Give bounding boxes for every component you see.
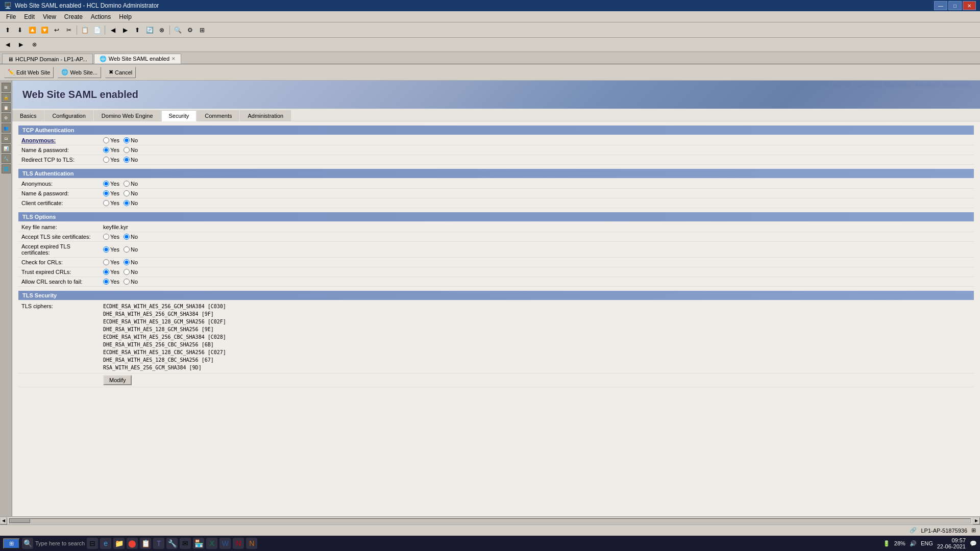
toolbar-btn-2[interactable]: ⬇ bbox=[14, 24, 26, 36]
client-cert-no-label[interactable]: No bbox=[124, 200, 138, 206]
accept-expired-certs-yes-radio[interactable] bbox=[103, 246, 109, 253]
check-crls-no-radio[interactable] bbox=[124, 259, 130, 265]
tls-anon-no-label[interactable]: No bbox=[124, 181, 138, 187]
sidebar-icon-3[interactable]: 📋 bbox=[2, 103, 11, 112]
taskbar-teams[interactable]: T bbox=[153, 538, 164, 549]
trust-expired-crls-yes-label[interactable]: Yes bbox=[103, 269, 119, 275]
hscroll-thumb[interactable] bbox=[10, 519, 30, 523]
minimize-button[interactable]: — bbox=[934, 1, 947, 10]
sidebar-icon-9[interactable]: 🌐 bbox=[2, 164, 11, 173]
toolbar-btn-8[interactable]: 📄 bbox=[91, 24, 103, 36]
check-crls-yes-radio[interactable] bbox=[103, 259, 109, 265]
tab-configuration[interactable]: Configuration bbox=[44, 110, 93, 121]
client-cert-yes-label[interactable]: Yes bbox=[103, 200, 119, 206]
tls-anon-no-radio[interactable] bbox=[124, 181, 130, 187]
toolbar-btn-10[interactable]: ▶ bbox=[119, 24, 131, 36]
tls-namepwd-no-radio[interactable] bbox=[124, 190, 130, 196]
tls-namepwd-no-label[interactable]: No bbox=[124, 190, 138, 196]
taskbar-word[interactable]: W bbox=[219, 538, 231, 549]
name-pwd-tcp-yes-label[interactable]: Yes bbox=[103, 147, 119, 153]
start-button[interactable]: ⊞ bbox=[3, 538, 20, 549]
tab-security[interactable]: Security bbox=[161, 110, 197, 121]
toolbar-btn-1[interactable]: ⬆ bbox=[2, 24, 13, 36]
tab-close-icon[interactable]: ✕ bbox=[172, 56, 176, 61]
anonymous-tcp-yes-label[interactable]: Yes bbox=[103, 137, 119, 143]
menu-actions[interactable]: Actions bbox=[87, 12, 115, 21]
toolbar-btn-9[interactable]: ◀ bbox=[107, 24, 118, 36]
toolbar-btn-6[interactable]: ✂ bbox=[63, 24, 75, 36]
toolbar-btn-13[interactable]: ⊗ bbox=[156, 24, 167, 36]
name-pwd-tcp-yes-radio[interactable] bbox=[103, 147, 109, 153]
hscroll-right-arrow[interactable]: ▶ bbox=[973, 517, 980, 524]
tab-administration[interactable]: Administration bbox=[240, 110, 291, 121]
toolbar-btn-4[interactable]: 🔽 bbox=[39, 24, 50, 36]
hscroll-left-arrow[interactable]: ◀ bbox=[0, 517, 7, 524]
client-cert-no-radio[interactable] bbox=[124, 200, 130, 206]
taskbar-search-text[interactable]: Type here to search bbox=[35, 540, 85, 546]
taskbar-notes2[interactable]: N bbox=[246, 538, 257, 549]
client-cert-yes-radio[interactable] bbox=[103, 200, 109, 206]
toolbar-btn-3[interactable]: 🔼 bbox=[27, 24, 38, 36]
taskbar-explorer[interactable]: 📁 bbox=[113, 538, 125, 549]
tls-anon-yes-label[interactable]: Yes bbox=[103, 181, 119, 187]
tls-namepwd-yes-label[interactable]: Yes bbox=[103, 190, 119, 196]
sidebar-icon-5[interactable]: 👥 bbox=[2, 123, 11, 133]
tab-hclpnp[interactable]: 🖥 HCLPNP Domain - LP1-AP... bbox=[2, 54, 93, 64]
hscroll-track[interactable] bbox=[9, 518, 971, 523]
check-crls-no-label[interactable]: No bbox=[124, 259, 138, 265]
redirect-tcp-no-radio[interactable] bbox=[124, 157, 130, 163]
accept-tls-certs-yes-label[interactable]: Yes bbox=[103, 234, 119, 240]
sidebar-icon-1[interactable]: ⊞ bbox=[2, 83, 11, 92]
toolbar-btn-7[interactable]: 📋 bbox=[79, 24, 90, 36]
allow-crl-fail-no-label[interactable]: No bbox=[124, 279, 138, 285]
taskbar-sticky[interactable]: 📋 bbox=[140, 538, 151, 549]
name-pwd-tcp-no-radio[interactable] bbox=[124, 147, 130, 153]
redirect-tcp-no-label[interactable]: No bbox=[124, 157, 138, 163]
taskbar-chrome[interactable]: ⬤ bbox=[127, 538, 138, 549]
sidebar-icon-6[interactable]: 🗂 bbox=[2, 134, 11, 143]
taskbar-edge[interactable]: e bbox=[100, 538, 111, 549]
sidebar-icon-4[interactable]: ⚙ bbox=[2, 113, 11, 122]
notifications-icon[interactable]: 💬 bbox=[970, 540, 977, 547]
sidebar-icon-2[interactable]: 🔒 bbox=[2, 93, 11, 102]
trust-expired-crls-no-label[interactable]: No bbox=[124, 269, 138, 275]
taskbar-search[interactable]: 🔍 bbox=[22, 538, 33, 549]
taskbar-excel[interactable]: X bbox=[206, 538, 217, 549]
accept-tls-certs-yes-radio[interactable] bbox=[103, 234, 109, 240]
tab-basics[interactable]: Basics bbox=[12, 110, 44, 121]
accept-expired-certs-yes-label[interactable]: Yes bbox=[103, 246, 119, 253]
toolbar-btn-5[interactable]: ↩ bbox=[51, 24, 62, 36]
web-site-button[interactable]: 🌐 Web Site... bbox=[58, 67, 101, 78]
menu-edit[interactable]: Edit bbox=[20, 12, 39, 21]
redirect-tcp-yes-radio[interactable] bbox=[103, 157, 109, 163]
trust-expired-crls-yes-radio[interactable] bbox=[103, 269, 109, 275]
allow-crl-fail-no-radio[interactable] bbox=[124, 279, 130, 285]
maximize-button[interactable]: □ bbox=[948, 1, 962, 10]
redirect-tcp-yes-label[interactable]: Yes bbox=[103, 157, 119, 163]
allow-crl-fail-yes-radio[interactable] bbox=[103, 279, 109, 285]
taskbar-store[interactable]: 🏪 bbox=[193, 538, 204, 549]
toolbar-btn-15[interactable]: ⚙ bbox=[184, 24, 195, 36]
taskbar-mail[interactable]: ✉ bbox=[180, 538, 191, 549]
toolbar-btn-12[interactable]: 🔄 bbox=[144, 24, 155, 36]
toolbar-btn-16[interactable]: ⊞ bbox=[197, 24, 208, 36]
tls-anon-yes-radio[interactable] bbox=[103, 181, 109, 187]
sidebar-icon-8[interactable]: 🔧 bbox=[2, 154, 11, 163]
name-pwd-tcp-no-label[interactable]: No bbox=[124, 147, 138, 153]
accept-expired-certs-no-radio[interactable] bbox=[124, 246, 130, 253]
tab-comments[interactable]: Comments bbox=[197, 110, 239, 121]
tls-namepwd-yes-radio[interactable] bbox=[103, 190, 109, 196]
allow-crl-fail-yes-label[interactable]: Yes bbox=[103, 279, 119, 285]
menu-view[interactable]: View bbox=[39, 12, 60, 21]
nav-stop[interactable]: ⊗ bbox=[29, 39, 40, 51]
tab-webstie-saml[interactable]: 🌐 Web Site SAML enabled ✕ bbox=[94, 54, 181, 64]
check-crls-yes-label[interactable]: Yes bbox=[103, 259, 119, 265]
close-button[interactable]: ✕ bbox=[963, 1, 976, 10]
sidebar-icon-7[interactable]: 📊 bbox=[2, 144, 11, 153]
trust-expired-crls-no-radio[interactable] bbox=[124, 269, 130, 275]
taskbar-task-view[interactable]: ⊟ bbox=[87, 538, 98, 549]
modify-button[interactable]: Modify bbox=[103, 375, 132, 385]
menu-file[interactable]: File bbox=[2, 12, 20, 21]
toolbar-btn-11[interactable]: ⬆ bbox=[132, 24, 143, 36]
tab-domino-web-engine[interactable]: Domino Web Engine bbox=[94, 110, 161, 121]
